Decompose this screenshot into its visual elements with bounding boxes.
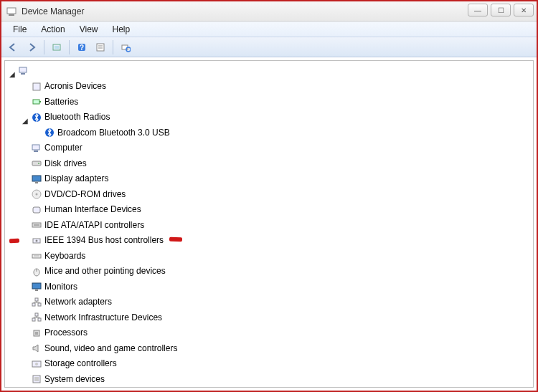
- properties-button[interactable]: [92, 39, 109, 55]
- tree-node-label: Human Interface Devices: [44, 204, 141, 216]
- svg-rect-41: [38, 318, 41, 321]
- svg-rect-19: [34, 150, 38, 152]
- svg-point-46: [35, 363, 38, 365]
- svg-rect-11: [19, 67, 27, 72]
- svg-point-21: [38, 163, 39, 164]
- menu-action[interactable]: Action: [34, 22, 72, 37]
- svg-rect-22: [32, 176, 41, 181]
- hid-icon: [31, 204, 42, 216]
- toolbar-separator: [69, 40, 70, 54]
- tree-node-label: Network Infrastructure Devices: [44, 312, 162, 324]
- svg-rect-37: [32, 303, 35, 306]
- svg-rect-1: [9, 14, 14, 16]
- menu-view[interactable]: View: [72, 22, 105, 37]
- tree-node-label: IEEE 1394 Bus host controllers: [44, 234, 164, 247]
- svg-rect-20: [32, 161, 41, 166]
- svg-rect-0: [7, 8, 16, 14]
- svg-rect-44: [35, 332, 38, 335]
- toolbar-separator: [113, 40, 113, 54]
- device-tree: ◢Acronis DevicesBatteries◢Bluetooth Radi…: [8, 65, 530, 388]
- svg-rect-38: [38, 303, 41, 306]
- show-hidden-button[interactable]: [48, 39, 65, 55]
- tree-node[interactable]: Keyboards: [29, 250, 87, 262]
- tree-node[interactable]: Monitors: [29, 281, 79, 293]
- tree-node-label: Broadcom Bluetooth 3.0 USB: [57, 127, 170, 139]
- svg-rect-23: [35, 182, 38, 183]
- tree-node-label: Acronis Devices: [44, 80, 106, 92]
- maximize-button[interactable]: ☐: [491, 4, 511, 16]
- toolbar: ?: [1, 37, 537, 57]
- tree-root-node[interactable]: [16, 65, 31, 77]
- mouse-icon: [31, 266, 42, 277]
- svg-rect-28: [34, 224, 39, 226]
- svg-rect-13: [33, 83, 40, 90]
- tree-node-label: System devices: [44, 373, 105, 386]
- svg-rect-35: [32, 283, 41, 289]
- tree-node[interactable]: Computer: [29, 142, 84, 154]
- cdrom-icon: [31, 188, 42, 200]
- battery-icon: [31, 96, 42, 107]
- svg-point-30: [36, 239, 38, 242]
- tree-node-label: Monitors: [44, 281, 77, 293]
- svg-text:?: ?: [80, 44, 84, 52]
- tree-node-label: Storage controllers: [44, 358, 117, 370]
- tree-node-label: DVD/CD-ROM drives: [44, 188, 126, 201]
- svg-rect-3: [55, 46, 59, 49]
- ieee1394-icon: [31, 235, 42, 247]
- tree-node[interactable]: IDE ATA/ATAPI controllers: [29, 219, 146, 231]
- scan-button[interactable]: [117, 39, 134, 55]
- collapse-icon[interactable]: ◢: [8, 68, 16, 80]
- cpu-icon: [31, 328, 42, 339]
- menu-file[interactable]: File: [6, 22, 34, 37]
- tree-node-label: Display adapters: [44, 173, 108, 185]
- annotation-mark: [9, 239, 19, 244]
- sound-icon: [31, 343, 42, 354]
- svg-rect-18: [32, 145, 39, 150]
- tree-node[interactable]: DVD/CD-ROM drives: [29, 188, 127, 201]
- tree-node[interactable]: Sound, video and game controllers: [29, 343, 179, 355]
- tree-node[interactable]: Bluetooth Radios: [29, 111, 111, 123]
- network-icon: [31, 297, 42, 308]
- titlebar: Device Manager — ☐ ✕: [1, 1, 537, 21]
- tree-node-label: IDE ATA/ATAPI controllers: [44, 219, 144, 231]
- monitor-icon: [31, 281, 42, 292]
- help-button[interactable]: ?: [73, 39, 90, 55]
- svg-rect-42: [35, 313, 38, 316]
- tree-node[interactable]: Acronis Devices: [29, 80, 108, 92]
- tree-node[interactable]: Disk drives: [29, 158, 88, 170]
- tree-node[interactable]: System devices: [29, 373, 106, 386]
- tree-node[interactable]: Storage controllers: [29, 358, 118, 370]
- tree-node[interactable]: Broadcom Bluetooth 3.0 USB: [42, 127, 171, 139]
- menu-help[interactable]: Help: [105, 22, 138, 37]
- svg-rect-48: [34, 377, 39, 381]
- minimize-button[interactable]: —: [468, 4, 488, 16]
- tree-node[interactable]: Batteries: [29, 96, 80, 108]
- tree-node[interactable]: Display adapters: [29, 173, 110, 185]
- svg-rect-12: [21, 73, 25, 75]
- svg-point-25: [36, 193, 38, 196]
- svg-rect-14: [33, 100, 39, 104]
- collapse-icon[interactable]: ◢: [21, 115, 29, 127]
- tree-node[interactable]: IEEE 1394 Bus host controllers: [29, 234, 165, 247]
- back-button[interactable]: [4, 39, 22, 55]
- device-manager-window: Device Manager — ☐ ✕ File Action View He…: [1, 1, 537, 391]
- tree-node-label: Sound, video and game controllers: [44, 343, 177, 355]
- annotation-mark: [169, 237, 182, 242]
- tree-node-label: Network adapters: [44, 296, 112, 308]
- window-title: Device Manager: [22, 6, 84, 16]
- menubar: File Action View Help: [1, 21, 537, 37]
- svg-rect-6: [97, 44, 104, 51]
- computer-icon: [18, 65, 29, 77]
- window-controls: — ☐ ✕: [465, 4, 534, 16]
- tree-node[interactable]: Human Interface Devices: [29, 204, 143, 216]
- tree-node-label: Batteries: [44, 96, 78, 108]
- tree-pane[interactable]: ◢Acronis DevicesBatteries◢Bluetooth Radi…: [4, 60, 534, 388]
- tree-node[interactable]: Mice and other pointing devices: [29, 265, 167, 277]
- toolbar-separator: [44, 40, 44, 54]
- forward-button[interactable]: [23, 39, 40, 55]
- tree-node[interactable]: Processors: [29, 327, 89, 339]
- close-button[interactable]: ✕: [514, 4, 534, 16]
- tree-node[interactable]: Network adapters: [29, 296, 113, 308]
- tree-node-label: Mice and other pointing devices: [44, 265, 166, 277]
- tree-node[interactable]: Network Infrastructure Devices: [29, 312, 164, 324]
